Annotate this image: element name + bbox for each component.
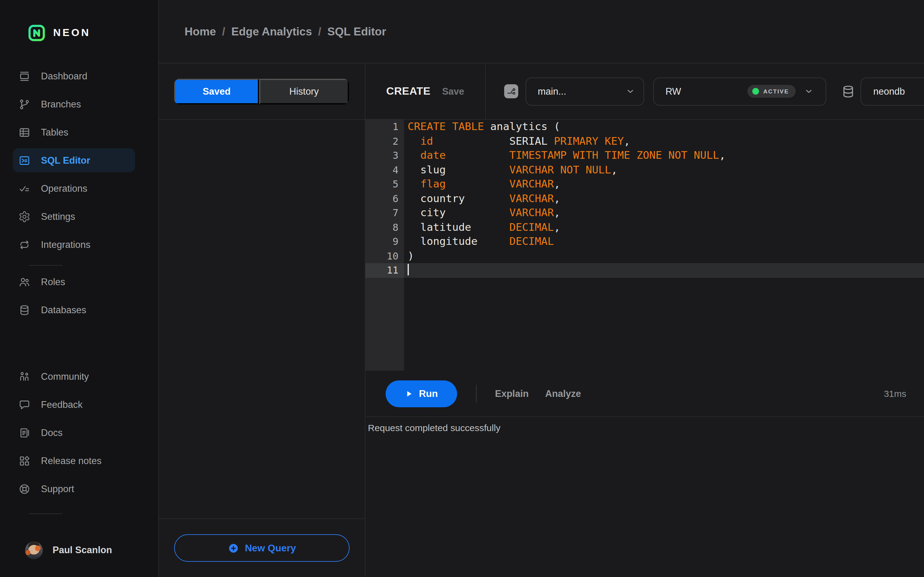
chevron-down-icon: [626, 87, 635, 96]
code-line-content: id SERIAL PRIMARY KEY,: [404, 134, 924, 148]
sidebar-item-label: Feedback: [41, 399, 82, 410]
sidebar-nav: DashboardBranchesTablesSQL EditorOperati…: [0, 64, 158, 577]
run-button[interactable]: Run: [386, 380, 457, 407]
topbar: Home/Edge Analytics/SQL Editor: [159, 0, 924, 63]
code-line[interactable]: 7 city VARCHAR,: [365, 206, 924, 220]
sidebar-item-label: Dashboard: [41, 71, 87, 82]
sidebar-item-databases[interactable]: Databases: [13, 298, 135, 322]
sidebar-item-label: Settings: [41, 211, 75, 222]
code-line-content: [404, 263, 924, 277]
tab-history[interactable]: History: [259, 79, 349, 104]
save-button[interactable]: Save: [442, 86, 464, 97]
code-line-content: flag VARCHAR,: [404, 177, 924, 192]
sql-editor-pane: CREATE Save mai: [365, 63, 924, 577]
line-number: 1: [365, 120, 404, 134]
breadcrumb-item-home[interactable]: Home: [184, 25, 216, 38]
saved-history-tabs: SavedHistory: [174, 79, 349, 104]
breadcrumb-separator: /: [222, 25, 225, 38]
sidebar-item-sql-editor[interactable]: SQL Editor: [13, 148, 135, 172]
release-notes-icon: [18, 455, 31, 467]
sql-code-editor[interactable]: 1CREATE TABLE analytics (2 id SERIAL PRI…: [365, 120, 924, 371]
text-cursor: [408, 264, 409, 276]
branch-icon-button[interactable]: [504, 84, 518, 98]
code-empty-space[interactable]: [365, 277, 924, 371]
sidebar-item-operations[interactable]: Operations: [13, 176, 135, 200]
code-line-content: longitude DECIMAL: [404, 234, 924, 249]
code-line[interactable]: 4 slug VARCHAR NOT NULL,: [365, 163, 924, 177]
code-line[interactable]: 2 id SERIAL PRIMARY KEY,: [365, 134, 924, 148]
sidebar-item-dashboard[interactable]: Dashboard: [13, 64, 135, 88]
code-line[interactable]: 1CREATE TABLE analytics (: [365, 120, 924, 134]
sidebar-item-release-notes[interactable]: Release notes: [13, 449, 135, 472]
line-number: 7: [365, 206, 404, 220]
sidebar-item-settings[interactable]: Settings: [13, 205, 135, 228]
community-icon: [18, 370, 31, 382]
tab-saved[interactable]: Saved: [174, 79, 259, 104]
user-name: Paul Scanlon: [53, 545, 112, 556]
gutter-fill: [365, 277, 404, 371]
compute-select[interactable]: RW ACTIVE: [653, 77, 826, 105]
status-message: Request completed successfully: [365, 417, 924, 433]
tables-icon: [18, 126, 31, 138]
sidebar-item-label: Operations: [41, 183, 87, 194]
line-number: 6: [365, 192, 404, 206]
sidebar-item-label: Support: [41, 483, 74, 494]
database-icon: [841, 84, 856, 98]
query-title: CREATE: [386, 85, 431, 98]
database-select-value: neondb: [873, 86, 905, 97]
user-menu[interactable]: Paul Scanlon: [13, 535, 135, 565]
dashboard-icon: [18, 70, 31, 82]
branches-icon: [18, 98, 31, 110]
code-line[interactable]: 11: [365, 263, 924, 277]
code-line-content: slug VARCHAR NOT NULL,: [404, 163, 924, 177]
toolbar-divider: [476, 385, 477, 402]
saved-queries-panel: SavedHistory New Query: [159, 63, 365, 577]
line-number: 9: [365, 234, 404, 249]
sidebar-item-label: Tables: [41, 127, 68, 138]
feedback-icon: [18, 398, 31, 411]
database-select[interactable]: neondb: [861, 77, 924, 105]
sidebar-item-integrations[interactable]: Integrations: [13, 233, 135, 256]
sidebar-divider: [29, 514, 62, 514]
branch-select[interactable]: main...: [525, 77, 644, 105]
avatar: [25, 541, 43, 559]
editor-header: CREATE Save mai: [365, 63, 924, 120]
sidebar-item-label: Community: [41, 371, 89, 382]
line-number: 11: [365, 263, 404, 277]
sidebar-item-branches[interactable]: Branches: [13, 92, 135, 116]
results-area: [365, 433, 924, 577]
saved-history-tabs-row: SavedHistory: [159, 63, 365, 120]
roles-icon: [18, 276, 31, 288]
chevron-down-icon: [804, 87, 813, 96]
new-query-button[interactable]: New Query: [174, 534, 350, 562]
breadcrumb-item-edge-analytics[interactable]: Edge Analytics: [231, 25, 312, 38]
brand-logo-row[interactable]: NEON: [0, 0, 158, 42]
query-duration: 31ms: [884, 388, 906, 399]
code-line[interactable]: 6 country VARCHAR,: [365, 192, 924, 206]
code-line[interactable]: 3 date TIMESTAMP WITH TIME ZONE NOT NULL…: [365, 148, 924, 163]
integrations-icon: [18, 239, 31, 251]
play-icon: [405, 389, 414, 398]
code-line[interactable]: 9 longitude DECIMAL: [365, 234, 924, 249]
sidebar: NEON DashboardBranchesTablesSQL EditorOp…: [0, 0, 159, 577]
explain-button[interactable]: Explain: [495, 388, 528, 399]
main-area: Home/Edge Analytics/SQL Editor SavedHist…: [159, 0, 924, 577]
operations-icon: [18, 182, 31, 195]
sidebar-item-roles[interactable]: Roles: [13, 270, 135, 294]
saved-queries-list[interactable]: [159, 120, 365, 518]
line-number: 5: [365, 177, 404, 192]
gear-icon: [18, 210, 31, 222]
plus-circle-icon: [228, 543, 239, 553]
compute-status-label: ACTIVE: [763, 88, 789, 95]
compute-status-badge: ACTIVE: [747, 85, 796, 98]
sidebar-item-support[interactable]: Support: [13, 477, 135, 501]
sidebar-item-feedback[interactable]: Feedback: [13, 393, 135, 416]
analyze-button[interactable]: Analyze: [545, 388, 581, 399]
sidebar-item-tables[interactable]: Tables: [13, 120, 135, 144]
code-line-content: date TIMESTAMP WITH TIME ZONE NOT NULL,: [404, 148, 924, 163]
code-line[interactable]: 8 latitude DECIMAL,: [365, 220, 924, 234]
code-line[interactable]: 5 flag VARCHAR,: [365, 177, 924, 192]
sidebar-item-docs[interactable]: Docs: [13, 421, 135, 445]
sidebar-item-community[interactable]: Community: [13, 364, 135, 388]
code-line[interactable]: 10): [365, 249, 924, 263]
